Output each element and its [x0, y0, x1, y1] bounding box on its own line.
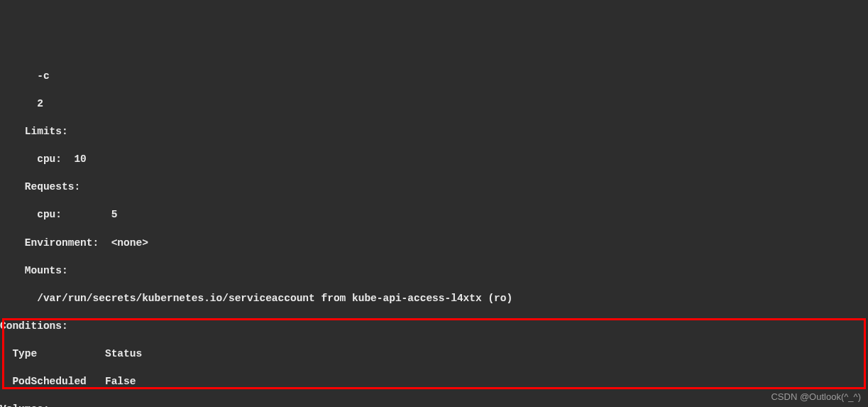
output-line: 2 — [0, 97, 868, 112]
watermark: CSDN @Outlook(^_^) — [771, 391, 861, 403]
output-line: Type Status — [0, 347, 868, 362]
output-line: cpu: 10 — [0, 153, 868, 167]
output-line: Conditions: — [0, 320, 868, 334]
terminal-output[interactable]: -c 2 Limits: cpu: 10 Requests: cpu: 5 En… — [0, 55, 868, 407]
output-line: Environment: <none> — [0, 237, 868, 251]
output-line: cpu: 5 — [0, 208, 868, 222]
output-line: Requests: — [0, 180, 868, 195]
output-line: Mounts: — [0, 264, 868, 278]
output-line: -c — [0, 70, 868, 84]
output-line: /var/run/secrets/kubernetes.io/serviceac… — [0, 292, 868, 306]
output-line: Volumes: — [0, 403, 868, 407]
output-line: Limits: — [0, 125, 868, 139]
output-line: PodScheduled False — [0, 375, 868, 389]
